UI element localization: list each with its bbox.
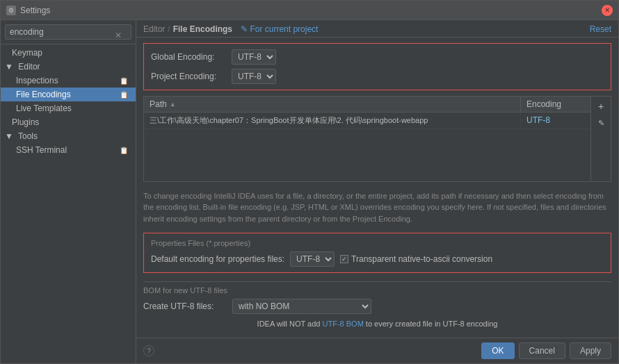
inspections-label: Inspections [16, 76, 58, 85]
project-link[interactable]: ✎ For current project [241, 24, 318, 34]
title-bar-left: ⚙ Settings [6, 6, 50, 15]
default-encoding-select[interactable]: UTF-8 [290, 251, 335, 267]
properties-row: Default encoding for properties files: U… [151, 251, 604, 267]
main-panel: Editor / File Encodings ✎ For current pr… [136, 20, 618, 363]
title-bar: ⚙ Settings ✕ [1, 1, 618, 20]
window-title: Settings [20, 6, 50, 15]
th-encoding: Encoding [521, 97, 590, 112]
bom-create-select[interactable]: with NO BOM [232, 299, 371, 314]
properties-title: Properties Files (*.properties) [151, 239, 604, 247]
bom-section: BOM for new UTF-8 files Create UTF-8 fil… [143, 279, 611, 332]
th-path: Path ▲ [144, 97, 521, 112]
checkbox-wrap: Transparent native-to-ascii conversion [340, 254, 492, 264]
ssh-terminal-icon: 📋 [119, 145, 129, 155]
tools-label: Tools [18, 131, 38, 141]
main-content: ✕ Keymap ▼ Editor Inspections 📋 File Enc… [1, 20, 618, 363]
panel-header: Editor / File Encodings ✎ For current pr… [136, 20, 618, 38]
search-bar: ✕ [1, 20, 136, 44]
breadcrumb-sep: / [168, 24, 170, 34]
footer: ? OK Cancel Apply [136, 338, 618, 363]
edit-path-button[interactable]: ✎ [594, 116, 608, 130]
help-button[interactable]: ? [143, 345, 154, 356]
td-encoding: UTF-8 [521, 113, 590, 129]
breadcrumb-current: File Encodings [173, 24, 232, 34]
sidebar-item-tools[interactable]: ▼ Tools [1, 129, 136, 143]
table-header: Path ▲ Encoding [144, 97, 590, 113]
sidebar-item-inspections[interactable]: Inspections 📋 [1, 74, 136, 88]
table-toolbar: + ✎ [590, 97, 611, 181]
table-row[interactable]: 三\工作\高级天地\chapter07：SpringBoot开发单体应用\2. … [144, 113, 590, 129]
breadcrumb-parent: Editor [143, 24, 165, 34]
ok-button[interactable]: OK [481, 342, 514, 359]
bom-info: IDEA will NOT add UTF-8 BOM to every cre… [143, 318, 611, 329]
settings-icon: ⚙ [6, 6, 16, 15]
plugins-label: Plugins [12, 117, 39, 127]
encoding-box: Global Encoding: UTF-8 Project Encoding:… [143, 43, 611, 90]
checkbox-label: Transparent native-to-ascii conversion [351, 254, 492, 264]
tools-arrow-icon: ▼ [5, 131, 13, 141]
table-body: 三\工作\高级天地\chapter07：SpringBoot开发单体应用\2. … [144, 113, 590, 181]
breadcrumb: Editor / File Encodings ✎ For current pr… [143, 24, 318, 34]
sidebar-item-live-templates[interactable]: Live Templates [1, 101, 136, 115]
cancel-button[interactable]: Cancel [519, 342, 565, 359]
project-encoding-select[interactable]: UTF-8 [232, 69, 276, 84]
settings-window: ⚙ Settings ✕ ✕ Keymap ▼ Editor [0, 0, 619, 364]
bom-title: BOM for new UTF-8 files [143, 281, 611, 295]
sidebar: ✕ Keymap ▼ Editor Inspections 📋 File Enc… [1, 20, 136, 363]
live-templates-label: Live Templates [16, 104, 72, 113]
window-controls: ✕ [602, 5, 613, 16]
file-encodings-icon: 📋 [119, 90, 129, 99]
close-button[interactable]: ✕ [602, 5, 613, 16]
search-wrap: ✕ [5, 24, 131, 40]
td-path: 三\工作\高级天地\chapter07：SpringBoot开发单体应用\2. … [144, 113, 521, 129]
keymap-label: Keymap [12, 48, 42, 58]
inspections-icon: 📋 [119, 76, 129, 85]
sidebar-item-editor[interactable]: ▼ Editor [1, 60, 136, 74]
sort-icon: ▲ [170, 101, 176, 108]
panel-body: Global Encoding: UTF-8 Project Encoding:… [136, 38, 618, 338]
table-main: Path ▲ Encoding 三\工作\高级天地\chapter07：Spri… [144, 97, 590, 181]
info-text: To change encoding IntelliJ IDEA uses fo… [143, 188, 611, 228]
project-encoding-row: Project Encoding: UTF-8 [151, 69, 604, 84]
properties-box: Properties Files (*.properties) Default … [143, 233, 611, 273]
reset-link[interactable]: Reset [590, 24, 611, 34]
apply-button[interactable]: Apply [570, 342, 611, 359]
sidebar-item-plugins[interactable]: Plugins [1, 115, 136, 129]
add-path-button[interactable]: + [594, 99, 608, 113]
global-encoding-select[interactable]: UTF-8 [232, 49, 276, 65]
global-encoding-label: Global Encoding: [151, 52, 227, 62]
ssh-terminal-label: SSH Terminal [16, 145, 67, 155]
table-section: Path ▲ Encoding 三\工作\高级天地\chapter07：Spri… [143, 96, 611, 182]
bom-highlight: UTF-8 BOM [323, 320, 364, 328]
sidebar-item-ssh-terminal[interactable]: SSH Terminal 📋 [1, 143, 136, 157]
editor-label: Editor [18, 62, 40, 72]
bom-row: Create UTF-8 files: with NO BOM [143, 299, 611, 314]
editor-arrow-icon: ▼ [5, 62, 13, 72]
search-input[interactable] [5, 24, 131, 40]
global-encoding-row: Global Encoding: UTF-8 [151, 49, 604, 65]
bom-create-label: Create UTF-8 files: [143, 301, 227, 311]
default-encoding-label: Default encoding for properties files: [151, 254, 284, 264]
sidebar-item-keymap[interactable]: Keymap [1, 46, 136, 60]
file-encodings-label: File Encodings [16, 90, 71, 99]
nav-list: Keymap ▼ Editor Inspections 📋 File Encod… [1, 44, 136, 363]
project-encoding-label: Project Encoding: [151, 72, 227, 81]
search-clear-icon[interactable]: ✕ [115, 31, 122, 40]
transparent-conversion-checkbox[interactable] [340, 255, 348, 263]
sidebar-item-file-encodings[interactable]: File Encodings 📋 [1, 88, 136, 101]
